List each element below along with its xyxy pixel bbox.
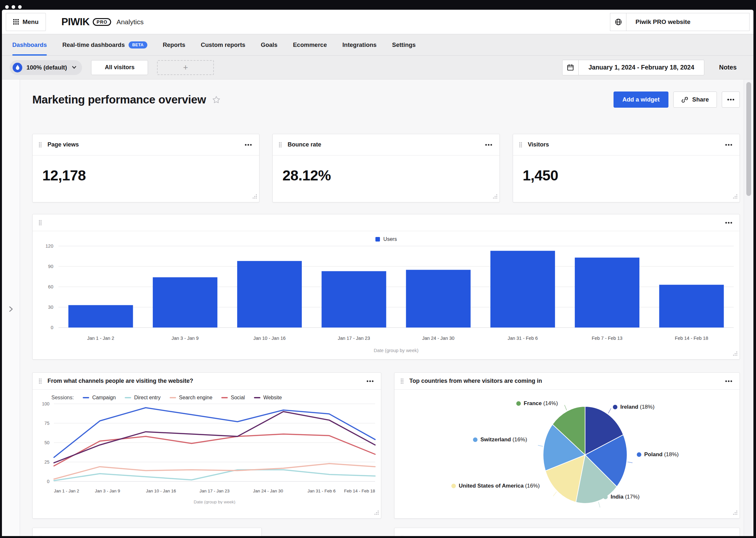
legend-label: Website	[263, 395, 282, 401]
svg-text:Jan 3 - Jan 9: Jan 3 - Jan 9	[171, 336, 199, 341]
favorite-star-icon[interactable]	[212, 95, 221, 104]
globe-icon	[610, 13, 627, 31]
widget-more-button[interactable]	[724, 536, 734, 536]
widget-more-button[interactable]	[246, 536, 256, 536]
svg-text:Date (group by week): Date (group by week)	[374, 348, 419, 353]
drag-handle-icon[interactable]	[38, 378, 42, 384]
widget-title: New vs. returning visitors	[47, 535, 118, 536]
svg-text:Jan 10 - Jan 16: Jan 10 - Jan 16	[253, 336, 286, 341]
widget-more-button[interactable]	[724, 379, 734, 384]
legend-item-website[interactable]: Website	[254, 395, 282, 401]
widget-more-button[interactable]	[243, 142, 253, 147]
share-label: Share	[692, 96, 709, 103]
tab-custom-reports[interactable]: Custom reports	[201, 34, 246, 55]
drag-handle-icon[interactable]	[400, 378, 404, 384]
expand-sidebar-chevron-icon[interactable]	[9, 306, 13, 314]
svg-text:90: 90	[48, 264, 53, 269]
widget-more-button[interactable]	[484, 142, 494, 147]
legend-item-social[interactable]: Social	[221, 395, 245, 401]
drag-handle-icon[interactable]	[38, 220, 42, 226]
legend-swatch	[221, 397, 228, 398]
brand-pro-badge: PRO	[93, 18, 111, 26]
tab-label: Integrations	[343, 41, 377, 48]
svg-text:0: 0	[47, 479, 49, 484]
widget-more-button[interactable]	[724, 220, 734, 225]
widget-header: Bounce rate	[273, 134, 499, 155]
widget-title: Top countries from where visitors are co…	[409, 378, 542, 384]
svg-text:Jan 24 - Jan 30: Jan 24 - Jan 30	[422, 336, 454, 341]
drag-handle-icon[interactable]	[38, 141, 42, 148]
tab-label: Ecommerce	[293, 41, 327, 48]
resize-grip-icon[interactable]	[374, 510, 379, 517]
widget-header: From what channels people are visiting t…	[33, 373, 381, 390]
svg-text:0: 0	[51, 325, 53, 330]
add-widget-button[interactable]: Add a widget	[614, 91, 668, 108]
resize-grip-icon[interactable]	[252, 194, 258, 200]
resize-grip-icon[interactable]	[732, 510, 738, 517]
dashboard-more-button[interactable]	[722, 91, 740, 108]
svg-text:25: 25	[44, 459, 49, 464]
legend-item-direct-entry[interactable]: Direct entry	[125, 395, 161, 401]
users-bar-chart: 0306090120Jan 1 - Jan 2Jan 3 - Jan 9Jan …	[33, 242, 740, 355]
notes-button[interactable]: Notes	[719, 64, 736, 71]
drag-handle-icon[interactable]	[278, 141, 282, 148]
all-visitors-button[interactable]: All visitors	[91, 60, 148, 75]
sidebar-rail	[2, 80, 20, 536]
menu-button[interactable]: Menu	[6, 13, 46, 31]
tab-real-time-dashboards[interactable]: Real-time dashboardsBETA	[62, 34, 147, 55]
chevron-down-icon	[72, 66, 76, 69]
kpi-value: 12,178	[42, 167, 259, 184]
share-button[interactable]: Share	[673, 91, 717, 108]
svg-text:Jan 31 - Feb 6: Jan 31 - Feb 6	[507, 336, 538, 341]
dashboard-canvas: Marketing performance overview Add a wid…	[2, 80, 753, 536]
legend-item-campaign[interactable]: Campaign	[83, 395, 116, 401]
tab-label: Custom reports	[201, 41, 246, 48]
svg-text:75: 75	[44, 421, 49, 426]
widget-more-button[interactable]	[724, 142, 734, 147]
drag-handle-icon[interactable]	[38, 535, 42, 536]
new-vs-returning-widget: New vs. returning visitors	[32, 528, 262, 536]
drag-handle-icon[interactable]	[519, 141, 523, 148]
widget-header: Page views	[33, 134, 259, 155]
kpi-card-visitors: Visitors1,450	[513, 134, 740, 202]
filterbar-right: January 1, 2024 - February 18, 2024 Note…	[562, 60, 746, 75]
date-range-picker[interactable]: January 1, 2024 - February 18, 2024	[562, 60, 704, 75]
tab-integrations[interactable]: Integrations	[343, 34, 377, 55]
legend-label: Direct entry	[134, 395, 161, 401]
bottom-widgets-row: New vs. returning visitors	[32, 528, 740, 536]
svg-text:Date (group by week): Date (group by week)	[194, 500, 235, 504]
resize-grip-icon[interactable]	[493, 194, 498, 200]
segment-selector[interactable]: 100% (default)	[10, 60, 82, 75]
legend-item-search-engine[interactable]: Search engine	[169, 395, 212, 401]
widget-header	[33, 214, 739, 231]
tab-label: Real-time dashboards	[62, 41, 125, 48]
kpi-row: Page views12,178Bounce rate28.12%Visitor…	[32, 134, 740, 202]
resize-grip-icon[interactable]	[732, 194, 738, 200]
scrollbar	[744, 80, 753, 536]
segment-label: 100% (default)	[26, 64, 67, 71]
tab-label: Goals	[261, 41, 277, 48]
tab-settings[interactable]: Settings	[392, 34, 416, 55]
users-bar-widget: Users 0306090120Jan 1 - Jan 2Jan 3 - Jan…	[32, 214, 740, 359]
tab-dashboards[interactable]: Dashboards	[12, 34, 47, 55]
svg-text:Feb 7 - Feb 13: Feb 7 - Feb 13	[592, 336, 623, 341]
widget-header	[395, 528, 739, 536]
bar-chart-legend: Users	[33, 236, 739, 242]
kpi-value: 28.12%	[282, 167, 499, 184]
website-selector[interactable]: Piwik PRO website	[610, 13, 749, 31]
tab-goals[interactable]: Goals	[261, 34, 277, 55]
add-segment-button[interactable]: +	[157, 60, 214, 75]
title-actions: Add a widget Share	[614, 91, 740, 108]
legend-label: Campaign	[92, 395, 116, 401]
resize-grip-icon[interactable]	[732, 351, 738, 357]
window-control-dot[interactable]	[5, 5, 9, 9]
tab-reports[interactable]: Reports	[163, 34, 185, 55]
widget-more-button[interactable]	[365, 379, 375, 384]
window-control-dot[interactable]	[12, 5, 15, 9]
scrollbar-thumb[interactable]	[746, 82, 751, 196]
tab-ecommerce[interactable]: Ecommerce	[293, 34, 327, 55]
window-control-dot[interactable]	[18, 5, 22, 9]
widget-title: Visitors	[528, 141, 549, 148]
drag-handle-icon[interactable]	[400, 535, 404, 536]
line-chart-legend: Sessions:CampaignDirect entrySearch engi…	[51, 395, 381, 401]
